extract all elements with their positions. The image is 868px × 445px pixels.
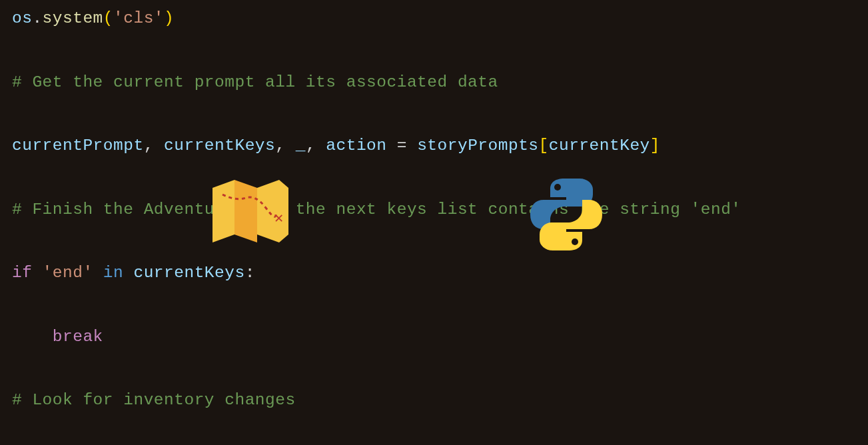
- code-line: break: [12, 321, 868, 353]
- punct-token: ,: [144, 137, 164, 155]
- python-logo-icon: [526, 175, 606, 254]
- operator-token: =: [387, 137, 418, 155]
- bracket-token: [: [539, 137, 549, 155]
- variable-token: storyPrompts: [417, 137, 538, 155]
- variable-token: action: [326, 137, 386, 155]
- code-line: os.system('cls'): [12, 3, 868, 35]
- variable-token: currentPrompt: [12, 137, 144, 155]
- variable-token: currentKey: [549, 137, 650, 155]
- bracket-token: ]: [650, 137, 660, 155]
- function-token: system: [43, 9, 103, 27]
- code-line: # Look for inventory changes: [12, 384, 868, 416]
- punct-token: ,: [275, 137, 295, 155]
- svg-text:✕: ✕: [274, 211, 284, 227]
- svg-point-1: [554, 184, 561, 191]
- code-line: # Get the current prompt all its associa…: [12, 67, 868, 99]
- variable-token: currentKeys: [133, 264, 244, 282]
- treasure-map-icon: ✕: [209, 175, 292, 248]
- code-line: currentPrompt, currentKeys, _, action = …: [12, 130, 868, 162]
- punct-token: ,: [306, 137, 326, 155]
- keyword-token: if: [12, 264, 32, 282]
- svg-point-2: [572, 238, 578, 245]
- keyword-token: break: [53, 328, 103, 346]
- variable-token: _: [296, 137, 306, 155]
- comment-token: # Get the current prompt all its associa…: [12, 73, 498, 91]
- code-line: # Finish the Adventure when the next key…: [12, 194, 868, 226]
- string-token: 'cls': [113, 9, 164, 27]
- keyword-token: in: [103, 264, 123, 282]
- code-line: if 'end' in currentKeys:: [12, 257, 868, 289]
- variable-token: os: [12, 9, 32, 27]
- punct-token: .: [32, 9, 42, 27]
- bracket-token: (: [103, 9, 113, 27]
- variable-token: currentKeys: [164, 137, 275, 155]
- comment-token: # Look for inventory changes: [12, 391, 296, 409]
- string-token: 'end': [43, 264, 93, 282]
- bracket-token: ): [164, 9, 174, 27]
- comment-token: # Finish the Adventure when the next key…: [12, 201, 741, 219]
- punct-token: :: [245, 264, 255, 282]
- code-editor[interactable]: os.system('cls') # Get the current promp…: [12, 3, 868, 445]
